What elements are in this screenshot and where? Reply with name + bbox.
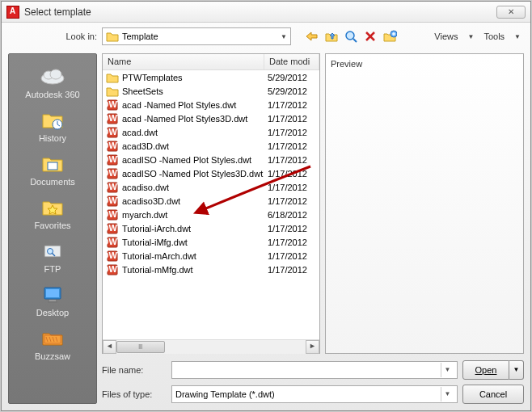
svg-text:DWT: DWT xyxy=(106,154,119,164)
tools-drop-icon[interactable]: ▼ xyxy=(511,33,524,40)
file-list[interactable]: PTWTemplates5/29/2012SheetSets5/29/2012D… xyxy=(103,70,319,339)
dwt-icon: DWT xyxy=(106,250,119,262)
dwt-icon: DWT xyxy=(106,99,119,111)
filetype-row: Files of type: Drawing Template (*.dwt) … xyxy=(102,385,524,404)
titlebar: Select template ✕ xyxy=(2,2,530,23)
h-scrollbar[interactable]: ◄ Ⅲ ► xyxy=(103,339,319,353)
file-date: 1/17/2012 xyxy=(268,238,316,247)
file-date: 1/17/2012 xyxy=(268,183,316,192)
file-date: 1/17/2012 xyxy=(268,196,316,206)
file-row[interactable]: DWTacadISO -Named Plot Styles.dwt1/17/20… xyxy=(103,153,319,166)
svg-text:DWT: DWT xyxy=(106,168,119,178)
scroll-right-button[interactable]: ► xyxy=(306,340,319,354)
svg-text:DWT: DWT xyxy=(106,141,119,150)
desktop-icon xyxy=(36,282,69,306)
file-name: acadiso3D.dwt xyxy=(122,196,268,206)
file-row[interactable]: DWTacad.dwt1/17/2012 xyxy=(103,125,319,139)
file-date: 1/17/2012 xyxy=(268,100,316,110)
new-folder-button[interactable] xyxy=(382,28,398,44)
svg-text:DWT: DWT xyxy=(106,237,119,246)
place-favorites[interactable]: Favorites xyxy=(12,191,93,233)
svg-rect-18 xyxy=(46,289,59,297)
preview-label: Preview xyxy=(331,59,518,69)
place-desktop[interactable]: Desktop xyxy=(12,279,93,321)
file-row[interactable]: DWTTutorial-iArch.dwt1/17/2012 xyxy=(103,221,319,235)
close-button[interactable]: ✕ xyxy=(496,6,526,19)
places-bar: Autodesk 360HistoryDocumentsFavoritesFTP… xyxy=(8,53,97,404)
file-row[interactable]: DWTTutorial-mMfg.dwt1/17/2012 xyxy=(103,263,319,276)
place-documents[interactable]: Documents xyxy=(12,148,93,190)
cloud-icon xyxy=(36,64,69,88)
svg-text:DWT: DWT xyxy=(106,250,119,260)
col-date[interactable]: Date modi xyxy=(264,54,319,69)
place-buzzsaw[interactable]: Buzzsaw xyxy=(12,322,93,364)
file-row[interactable]: SheetSets5/29/2012 xyxy=(103,84,319,98)
up-button[interactable] xyxy=(323,28,340,44)
col-name[interactable]: Name xyxy=(103,54,264,69)
dwt-icon: DWT xyxy=(106,264,119,275)
file-row[interactable]: PTWTemplates5/29/2012 xyxy=(103,70,319,84)
filetype-label: Files of type: xyxy=(102,389,167,399)
ftp-icon xyxy=(36,238,69,263)
file-row[interactable]: DWTmyarch.dwt6/18/2012 xyxy=(103,208,319,221)
file-name: acad.dwt xyxy=(122,128,268,137)
svg-text:DWT: DWT xyxy=(106,195,119,205)
folder-icon xyxy=(106,72,119,83)
toolbar-icons xyxy=(304,28,398,44)
views-menu[interactable]: Views xyxy=(431,30,461,43)
svg-text:DWT: DWT xyxy=(106,182,119,191)
scroll-thumb[interactable]: Ⅲ xyxy=(116,341,165,353)
file-row[interactable]: DWTacad3D.dwt1/17/2012 xyxy=(103,139,319,153)
chevron-down-icon: ▼ xyxy=(281,33,287,40)
scroll-left-button[interactable]: ◄ xyxy=(103,340,116,354)
dwt-icon: DWT xyxy=(106,182,119,193)
file-row[interactable]: DWTacadISO -Named Plot Styles3D.dwt1/17/… xyxy=(103,166,319,180)
lookin-dropdown[interactable]: Template ▼ xyxy=(102,27,291,45)
file-row[interactable]: DWTacadiso3D.dwt1/17/2012 xyxy=(103,194,319,208)
cancel-button[interactable]: Cancel xyxy=(462,385,524,404)
file-date: 1/17/2012 xyxy=(268,224,316,233)
open-drop-button[interactable]: ▼ xyxy=(509,360,524,380)
file-name: acad3D.dwt xyxy=(122,141,268,151)
svg-text:DWT: DWT xyxy=(106,264,119,274)
filetype-dropdown[interactable]: Drawing Template (*.dwt) ▼ xyxy=(171,385,458,403)
file-row[interactable]: DWTacadiso.dwt1/17/2012 xyxy=(103,180,319,194)
filetype-drop-icon[interactable]: ▼ xyxy=(441,387,454,401)
filename-input[interactable]: ▼ xyxy=(171,361,458,379)
dwt-icon: DWT xyxy=(106,223,119,234)
file-name: Tutorial-iArch.dwt xyxy=(122,224,268,233)
file-header: Name Date modi xyxy=(103,54,319,70)
history-icon xyxy=(36,107,69,132)
place-ftp[interactable]: FTP xyxy=(12,235,93,277)
svg-text:DWT: DWT xyxy=(106,99,119,109)
svg-text:DWT: DWT xyxy=(106,223,119,233)
place-autodesk360[interactable]: Autodesk 360 xyxy=(12,61,93,103)
filename-drop-icon[interactable]: ▼ xyxy=(441,363,454,377)
dwt-icon: DWT xyxy=(106,113,119,124)
lookin-label: Look in: xyxy=(8,32,97,41)
views-drop-icon[interactable]: ▼ xyxy=(464,33,477,40)
file-date: 1/17/2012 xyxy=(268,155,316,165)
preview-pane: Preview xyxy=(325,53,524,354)
delete-button[interactable] xyxy=(362,28,378,44)
dwt-icon: DWT xyxy=(106,237,119,248)
select-template-dialog: Select template ✕ Look in: Template ▼ xyxy=(1,1,531,411)
file-row[interactable]: DWTTutorial-iMfg.dwt1/17/2012 xyxy=(103,235,319,249)
tools-menu[interactable]: Tools xyxy=(480,30,508,43)
svg-rect-20 xyxy=(48,301,57,303)
buzzsaw-icon xyxy=(36,326,69,350)
open-button[interactable]: Open xyxy=(462,360,509,380)
scroll-track[interactable]: Ⅲ xyxy=(116,340,306,354)
dwt-icon: DWT xyxy=(106,141,119,152)
svg-text:DWT: DWT xyxy=(106,209,119,219)
file-row[interactable]: DWTacad -Named Plot Styles.dwt1/17/2012 xyxy=(103,98,319,111)
file-row[interactable]: DWTTutorial-mArch.dwt1/17/2012 xyxy=(103,249,319,263)
search-button[interactable] xyxy=(343,28,359,44)
list-area: Name Date modi PTWTemplates5/29/2012Shee… xyxy=(102,53,524,404)
dwt-icon: DWT xyxy=(106,154,119,166)
place-history[interactable]: History xyxy=(12,104,93,146)
dwt-icon: DWT xyxy=(106,127,119,138)
file-row[interactable]: DWTacad -Named Plot Styles3D.dwt1/17/201… xyxy=(103,111,319,125)
folder-icon xyxy=(36,151,69,175)
back-button[interactable] xyxy=(304,28,320,44)
